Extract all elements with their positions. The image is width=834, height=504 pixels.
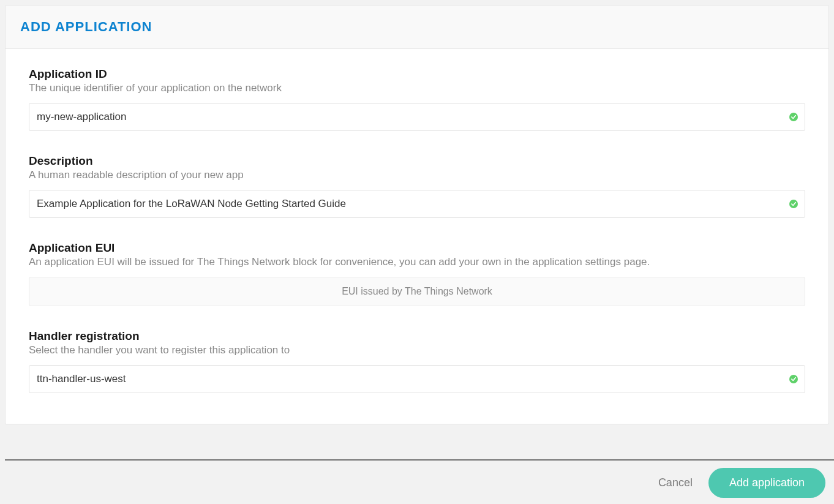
handler-select[interactable]	[29, 365, 805, 393]
description-input[interactable]	[29, 190, 805, 218]
application-eui-help: An application EUI will be issued for Th…	[29, 256, 805, 268]
description-label: Description	[29, 154, 805, 168]
description-input-wrap	[29, 190, 805, 218]
application-eui-readonly: EUI issued by The Things Network	[29, 277, 805, 306]
field-handler: Handler registration Select the handler …	[29, 329, 805, 393]
page-title: Add Application	[20, 19, 814, 35]
application-id-label: Application ID	[29, 67, 805, 81]
footer-actions: Cancel Add application	[5, 459, 834, 504]
cancel-button[interactable]: Cancel	[658, 476, 693, 489]
check-icon	[789, 375, 798, 383]
description-help: A human readable description of your new…	[29, 169, 805, 181]
application-id-help: The unique identifier of your applicatio…	[29, 82, 805, 94]
panel-body: Application ID The unique identifier of …	[6, 49, 828, 424]
check-icon	[789, 200, 798, 208]
panel-header: Add Application	[6, 6, 828, 49]
add-application-panel: Add Application Application ID The uniqu…	[5, 5, 829, 424]
handler-label: Handler registration	[29, 329, 805, 343]
handler-help: Select the handler you want to register …	[29, 344, 805, 356]
field-description: Description A human readable description…	[29, 154, 805, 218]
field-application-eui: Application EUI An application EUI will …	[29, 241, 805, 306]
application-id-input-wrap	[29, 103, 805, 131]
application-id-input[interactable]	[29, 103, 805, 131]
field-application-id: Application ID The unique identifier of …	[29, 67, 805, 131]
check-icon	[789, 113, 798, 121]
add-application-button[interactable]: Add application	[708, 468, 825, 498]
application-eui-label: Application EUI	[29, 241, 805, 255]
handler-input-wrap	[29, 365, 805, 393]
